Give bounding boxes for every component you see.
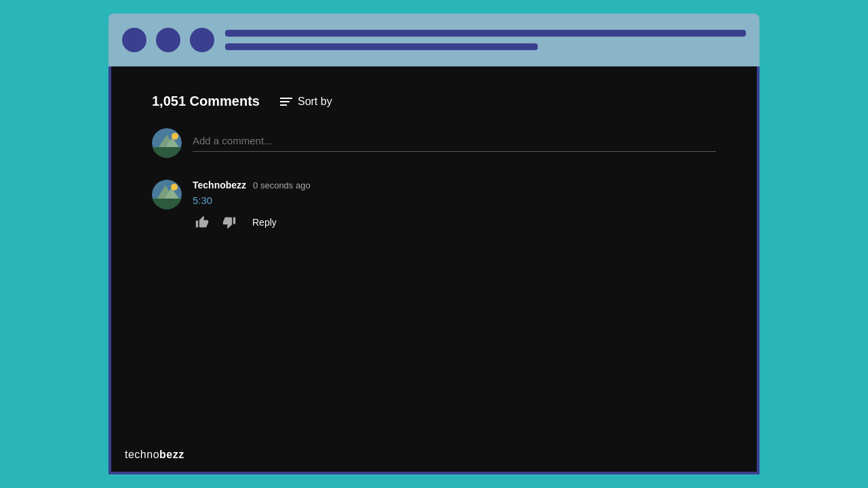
comment-body: Technobezz 0 seconds ago 5:30 — [193, 180, 716, 232]
browser-dots — [122, 28, 214, 52]
watermark: technobezz — [125, 449, 184, 461]
browser-chrome — [108, 14, 760, 66]
url-line-1 — [225, 30, 746, 37]
comment-author: Technobezz — [193, 180, 246, 190]
browser-dot-3 — [190, 28, 214, 52]
add-comment-row — [152, 128, 716, 158]
comment-time: 0 seconds ago — [253, 180, 311, 190]
add-comment-input-wrapper[interactable] — [193, 135, 716, 152]
dislike-button[interactable] — [220, 213, 239, 232]
commenter-avatar — [152, 180, 182, 209]
reply-button[interactable]: Reply — [247, 214, 282, 230]
watermark-suffix: bezz — [159, 449, 184, 460]
svg-rect-1 — [152, 147, 182, 158]
sort-by-button[interactable]: Sort by — [280, 96, 332, 108]
main-content: 1,051 Comments Sort by — [108, 66, 760, 474]
browser-url-bar — [225, 30, 746, 50]
comment-actions: Reply — [193, 213, 716, 232]
comment-author-line: Technobezz 0 seconds ago — [193, 180, 716, 190]
svg-point-9 — [171, 184, 178, 190]
svg-point-4 — [172, 133, 178, 140]
browser-dot-1 — [122, 28, 146, 52]
like-button[interactable] — [193, 213, 212, 232]
comments-header: 1,051 Comments Sort by — [152, 94, 716, 109]
sort-by-label: Sort by — [298, 96, 332, 108]
svg-rect-6 — [152, 199, 182, 209]
thumbs-down-icon — [222, 216, 236, 229]
sort-icon — [280, 98, 292, 106]
comments-count: 1,051 Comments — [152, 94, 260, 109]
watermark-prefix: techno — [125, 449, 159, 460]
comment-item: Technobezz 0 seconds ago 5:30 — [152, 180, 716, 232]
url-line-2 — [225, 43, 538, 50]
browser-dot-2 — [156, 28, 180, 52]
add-comment-input[interactable] — [193, 135, 716, 146]
comment-text: 5:30 — [193, 195, 716, 206]
thumbs-up-icon — [195, 216, 209, 229]
current-user-avatar — [152, 128, 182, 158]
